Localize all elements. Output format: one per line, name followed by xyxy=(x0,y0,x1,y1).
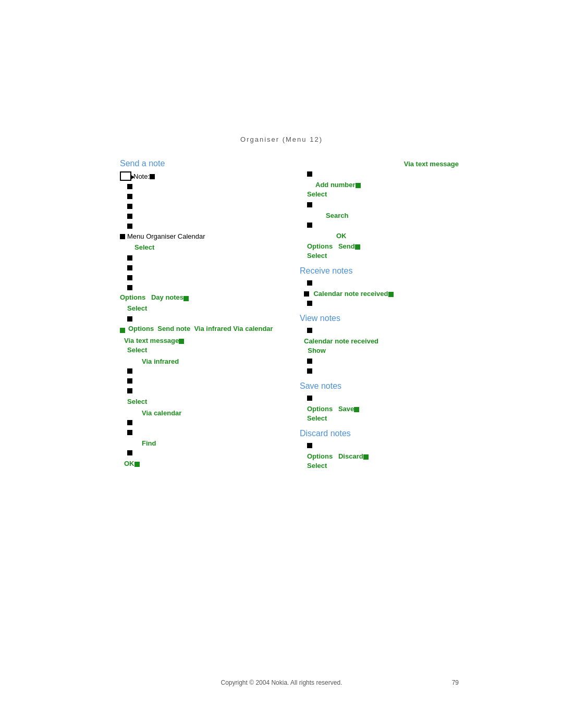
step-row xyxy=(120,387,279,395)
bullet-icon xyxy=(304,291,309,297)
bullet-icon xyxy=(307,328,312,333)
step-row xyxy=(300,441,459,450)
note-icon xyxy=(120,171,131,181)
select-right-label-1: Select xyxy=(307,190,327,198)
bullet-icon xyxy=(307,359,312,364)
options-send-row: Options Send note Via infrared Via calen… xyxy=(120,325,279,334)
select-row-3: Select xyxy=(120,345,279,354)
step-row xyxy=(300,170,459,178)
ok-text: OK xyxy=(124,460,142,467)
step-row xyxy=(120,367,279,375)
select-save-label: Select xyxy=(307,414,327,422)
bullet-icon xyxy=(307,223,312,228)
ok-right-text: OK xyxy=(336,232,347,240)
options-day-row: Options Day notes xyxy=(120,293,279,302)
step-row xyxy=(120,212,279,220)
bullet-icon xyxy=(307,280,312,286)
bullet-icon xyxy=(307,301,312,306)
bullet-icon xyxy=(127,430,132,435)
step-row xyxy=(300,279,459,287)
options-send-text: Options Send note Via infrared Via calen… xyxy=(128,325,273,332)
via-calendar-text: Via calendar xyxy=(142,409,181,417)
via-text-label: Via text message xyxy=(124,337,186,344)
via-infrared-label: Via infrared xyxy=(120,356,279,366)
calendar-note-received-text: Calendar note received xyxy=(313,290,395,298)
left-column: Send a note Note: Menu Organiser Calenda… xyxy=(120,159,279,476)
options-send-right-row: Options Send xyxy=(300,241,459,251)
via-text-msg-label: Via text message xyxy=(404,160,459,168)
step-row xyxy=(300,357,459,365)
step-row xyxy=(300,221,459,229)
select-right-label-2: Select xyxy=(307,252,327,260)
select-row-2: Select xyxy=(120,303,279,313)
step-row xyxy=(300,201,459,209)
calendar-note-show-text: Calendar note received Show xyxy=(304,337,378,354)
step-row xyxy=(120,264,279,272)
add-number-row: Add number xyxy=(300,180,459,189)
select-save-row: Select xyxy=(300,413,459,423)
bullet-icon xyxy=(127,450,132,455)
bullet-icon xyxy=(127,378,132,384)
bullet-icon xyxy=(127,316,132,322)
footer: Copyright © 2004 Nokia. All rights reser… xyxy=(0,679,563,686)
step-row xyxy=(300,326,459,335)
select-discard-row: Select xyxy=(300,461,459,470)
via-infrared-text: Via infrared xyxy=(142,357,179,365)
bullet-icon xyxy=(127,204,132,209)
ok-row: OK xyxy=(120,459,279,468)
via-text-row: Via text message xyxy=(120,336,279,345)
ok-right-row: OK xyxy=(300,231,459,240)
calendar-note-show-row: Calendar note received Show xyxy=(300,336,459,355)
discard-notes-title: Discard notes xyxy=(300,429,459,438)
bullet-icon xyxy=(127,194,132,199)
step-row xyxy=(120,428,279,437)
save-notes-title: Save notes xyxy=(300,381,459,391)
footer-page-number: 79 xyxy=(452,679,459,686)
bullet-icon xyxy=(127,420,132,425)
options-save-text: Options Save xyxy=(307,405,361,413)
save-notes-section: Save notes Options Save Select xyxy=(300,381,459,423)
note-label-row: Note: xyxy=(120,171,279,181)
bullet-icon xyxy=(127,224,132,229)
find-text: Find xyxy=(142,439,156,447)
receive-notes-title: Receive notes xyxy=(300,266,459,276)
bullet-icon xyxy=(307,368,312,374)
step-row xyxy=(120,192,279,201)
select-row-4: Select xyxy=(120,397,279,406)
step-row xyxy=(120,315,279,323)
options-send-right-text: Options Send xyxy=(307,242,362,250)
note-label: Note: xyxy=(133,172,157,180)
bullet-icon xyxy=(127,214,132,219)
view-notes-title: View notes xyxy=(300,314,459,323)
nav-row-text: Menu Organiser Calendar xyxy=(127,232,205,240)
options-day-text: Options Day notes xyxy=(120,293,191,301)
step-row xyxy=(120,254,279,262)
select-label-3: Select xyxy=(127,346,147,354)
bullet-icon xyxy=(127,184,132,189)
step-row xyxy=(300,299,459,307)
view-notes-section: View notes Calendar note received Show xyxy=(300,314,459,375)
bullet-icon xyxy=(127,275,132,280)
footer-copyright: Copyright © 2004 Nokia. All rights reser… xyxy=(221,679,342,686)
find-label: Find xyxy=(120,438,279,448)
step-row xyxy=(120,202,279,211)
select-label-2: Select xyxy=(127,304,147,312)
bullet-icon xyxy=(127,285,132,290)
select-right-1: Select xyxy=(300,189,459,199)
via-calendar-label: Via calendar xyxy=(120,408,279,417)
page-header: Organiser (Menu 12) xyxy=(0,0,563,143)
step-row xyxy=(120,274,279,282)
step-row xyxy=(120,283,279,292)
select-row-1: Select xyxy=(120,242,279,252)
bullet-icon xyxy=(120,328,125,333)
header-title: Organiser (Menu 12) xyxy=(240,135,323,143)
bullet-icon xyxy=(307,443,312,448)
select-right-2: Select xyxy=(300,251,459,260)
step-row xyxy=(120,418,279,427)
options-discard-row: Options Discard xyxy=(300,451,459,461)
bullet-icon xyxy=(127,388,132,393)
step-row xyxy=(120,182,279,191)
bullet-icon xyxy=(307,396,312,401)
send-note-title: Send a note xyxy=(120,159,279,168)
step-row xyxy=(300,367,459,375)
